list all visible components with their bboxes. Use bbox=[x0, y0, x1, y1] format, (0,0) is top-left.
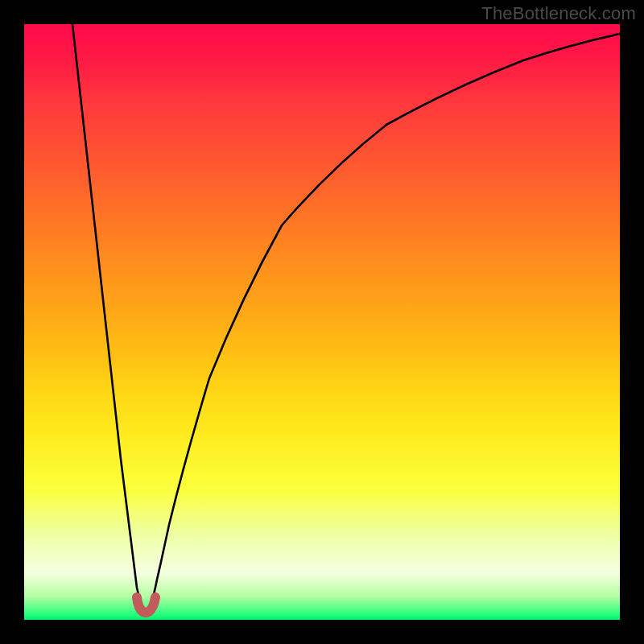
chart-frame: TheBottleneck.com bbox=[0, 0, 644, 644]
bottleneck-curve bbox=[72, 24, 620, 610]
plot-area bbox=[24, 24, 620, 620]
curve-layer bbox=[24, 24, 620, 620]
watermark-text: TheBottleneck.com bbox=[481, 3, 636, 24]
optimal-point-marker bbox=[137, 597, 155, 613]
